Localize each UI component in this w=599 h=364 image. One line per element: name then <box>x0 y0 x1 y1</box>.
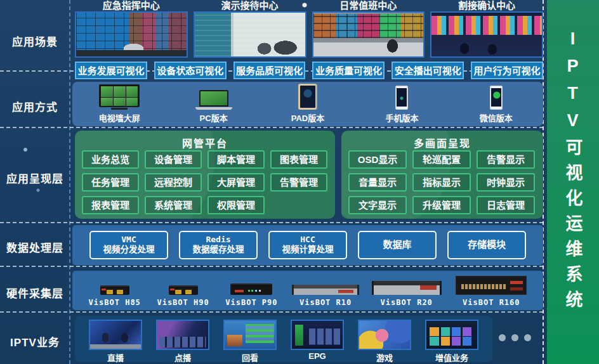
iptv-services-panel: 直播 点播 回看 EPG 游戏 增值业务 <box>75 316 492 362</box>
hardware-device-r10: VisBOT R10 <box>294 285 357 307</box>
scene-cutover-confirm-center: 割接确认中心 <box>430 1 543 58</box>
row-divider-2 <box>0 127 543 128</box>
device-label: VisBOT R10 <box>300 298 352 307</box>
nms-button-screen-mgmt[interactable]: 大屏管理 <box>207 173 265 192</box>
laptop-icon <box>195 90 232 110</box>
nms-button-device-mgmt[interactable]: 设备管理 <box>145 150 202 169</box>
mv-button-upgrade-mgmt[interactable]: 升级管理 <box>412 196 471 214</box>
rack-server-icon <box>456 276 527 295</box>
device-label: VisBOT P90 <box>225 298 277 307</box>
mv-button-log-mgmt[interactable]: 日志管理 <box>477 196 535 214</box>
multiview-title: 多画面呈现 <box>341 131 543 149</box>
scene-photo-cutover <box>430 11 543 58</box>
method-label: PC版本 <box>200 112 228 124</box>
hardware-device-r20: VisBOT R20 <box>374 281 440 307</box>
rack-server-icon <box>374 281 440 295</box>
hardware-device-p90: VisBOT P90 <box>225 283 277 307</box>
nms-button-remote-control[interactable]: 远程控制 <box>145 173 202 192</box>
row-label-presentation-layer: 应用呈现层 <box>0 170 70 186</box>
mv-button-volume-display[interactable]: 音量显示 <box>348 173 407 192</box>
module-name: 数据库 <box>383 239 411 251</box>
game-thumbnail <box>358 320 411 350</box>
method-tv-wall: 电视墙大屏 <box>72 82 166 126</box>
mv-button-alarm-display[interactable]: 告警显示 <box>477 150 535 169</box>
module-name: HCC <box>300 235 315 245</box>
method-pc-version: PC版本 <box>166 82 260 126</box>
nms-button-script-mgmt[interactable]: 脚本管理 <box>207 150 265 169</box>
service-label: 回看 <box>242 351 258 363</box>
mini-server-icon <box>230 283 272 295</box>
viz-button-service-quality[interactable]: 服务品质可视化 <box>234 62 306 79</box>
module-hcc: HCC 视频计算处理 <box>268 231 347 259</box>
nms-button-alarm-mgmt[interactable]: 告警管理 <box>270 173 327 192</box>
row-divider-4 <box>0 266 543 267</box>
nms-button-report-mgmt[interactable]: 报表管理 <box>82 196 139 214</box>
vod-thumbnail <box>156 320 209 350</box>
tablet-icon <box>298 84 317 110</box>
scene-title: 日常值班中心 <box>312 1 425 11</box>
live-thumbnail <box>89 320 142 350</box>
iptv-service-value-added: 增值业务 <box>425 320 478 363</box>
nms-button-task-mgmt[interactable]: 任务管理 <box>82 173 139 192</box>
encoder-device-icon <box>100 285 129 295</box>
method-pad-version: PAD版本 <box>261 82 355 126</box>
mv-button-patrol-config[interactable]: 轮巡配置 <box>412 150 471 169</box>
method-label: 电视墙大屏 <box>99 112 140 124</box>
module-desc: 视频分发处理 <box>103 245 155 256</box>
scene-photo-demo <box>194 11 306 58</box>
application-methods-panel: 电视墙大屏 PC版本 PAD版本 手机版本 微信版本 <box>72 82 543 126</box>
device-label: VisBOT H90 <box>157 298 209 307</box>
mv-button-clock-display[interactable]: 时钟显示 <box>477 173 535 192</box>
nms-button-system-mgmt[interactable]: 系统管理 <box>145 196 202 214</box>
application-scenes-row: 应急指挥中心 演示接待中心 日常值班中心 割接确认中心 <box>75 1 543 58</box>
service-label: 直播 <box>107 351 124 363</box>
nms-platform-title: 网管平台 <box>75 131 335 149</box>
mv-button-text-display[interactable]: 文字显示 <box>348 196 407 214</box>
iptv-service-vod: 点播 <box>156 320 209 363</box>
scene-daily-duty-center: 日常值班中心 <box>312 1 425 58</box>
viz-button-device-status[interactable]: 设备状态可视化 <box>154 62 227 79</box>
module-storage: 存储模块 <box>447 231 526 259</box>
value-added-thumbnail <box>425 320 478 350</box>
device-label: VisBOT R20 <box>381 298 433 307</box>
service-label: 游戏 <box>376 351 393 363</box>
viz-button-safe-broadcast[interactable]: 安全播出可视化 <box>392 62 464 79</box>
scene-title: 应急指挥中心 <box>75 1 188 11</box>
method-mobile-version: 手机版本 <box>355 82 449 126</box>
hardware-device-h90: VisBOT H90 <box>157 285 209 307</box>
module-redis: Redis 数据缓存处理 <box>179 231 258 259</box>
viz-button-business-quality[interactable]: 业务质量可视化 <box>312 62 385 79</box>
iptv-service-replay: 回看 <box>223 320 277 363</box>
iptv-service-game: 游戏 <box>358 320 411 363</box>
tv-wall-icon <box>99 84 140 110</box>
device-label: VisBOT H85 <box>89 298 141 307</box>
viz-button-user-behavior[interactable]: 用户行为可视化 <box>471 62 543 79</box>
scene-photo-duty <box>312 11 425 58</box>
wechat-phone-icon <box>490 86 503 110</box>
nms-button-permission-mgmt[interactable]: 权限管理 <box>207 196 265 214</box>
mv-button-osd-display[interactable]: OSD显示 <box>348 150 407 169</box>
nms-button-chart-mgmt[interactable]: 图表管理 <box>270 150 327 169</box>
row-label-application-scenes: 应用场景 <box>0 33 70 49</box>
scene-photo-emergency <box>75 11 188 58</box>
service-label: 增值业务 <box>435 351 468 363</box>
method-label: PAD版本 <box>291 112 324 124</box>
iptv-service-epg: EPG <box>291 320 344 361</box>
service-label: EPG <box>308 351 326 361</box>
mv-button-indicator-display[interactable]: 指标显示 <box>412 173 471 192</box>
row-label-iptv-business: IPTV业务 <box>0 334 70 349</box>
phone-icon <box>395 86 408 110</box>
viz-button-business-development[interactable]: 业务发展可视化 <box>75 62 147 79</box>
nms-button-business-overview[interactable]: 业务总览 <box>82 150 139 169</box>
row-label-data-processing-layer: 数据处理层 <box>0 239 70 255</box>
row-divider-3 <box>0 222 543 223</box>
hardware-collection-panel: VisBOT H85 VisBOT H90 VisBOT P90 VisBOT … <box>72 271 543 310</box>
module-name: 存储模块 <box>468 239 506 251</box>
row-label-hardware-collection-layer: 硬件采集层 <box>0 285 70 301</box>
method-wechat-version: 微信版本 <box>449 82 543 126</box>
module-name: Redis <box>206 235 230 245</box>
multiview-button-grid: OSD显示 轮巡配置 告警显示 音量显示 指标显示 时钟显示 文字显示 升级管理… <box>341 149 543 216</box>
method-label: 微信版本 <box>480 112 513 124</box>
method-label: 手机版本 <box>385 112 418 124</box>
system-title: IPTV可视化运维系统 <box>561 0 586 364</box>
